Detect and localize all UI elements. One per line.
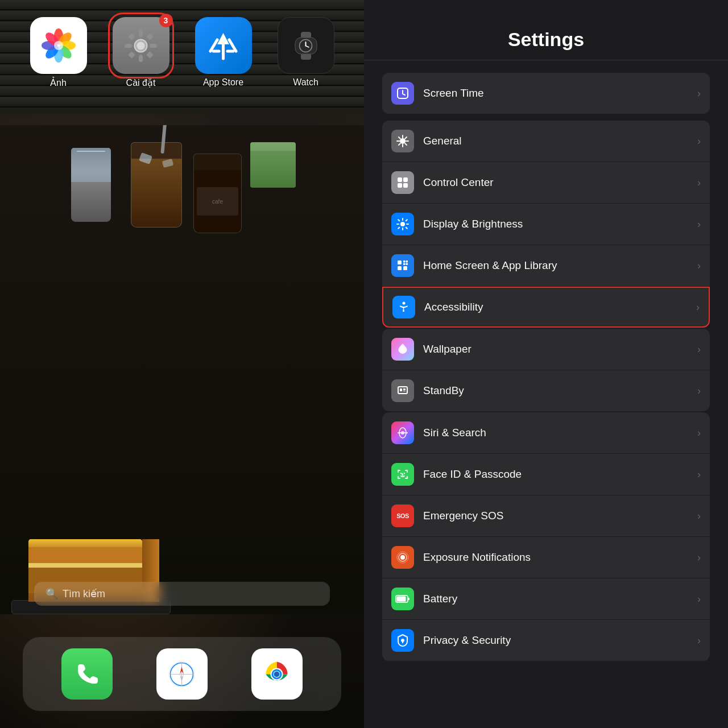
svg-line-45 <box>405 143 407 145</box>
app-item-settings[interactable]: 3 Cài đặt <box>113 17 169 88</box>
standby-label: StandBy <box>423 384 697 397</box>
watch-label: Watch <box>293 77 318 88</box>
app-row: Ảnh <box>0 17 364 88</box>
emergency-chevron: › <box>697 510 701 522</box>
dock-safari[interactable] <box>156 648 208 700</box>
faceid-icon <box>391 463 414 486</box>
display-chevron: › <box>697 218 701 230</box>
settings-item-standby[interactable]: StandBy › <box>382 370 710 411</box>
settings-item-general[interactable]: General › <box>382 121 710 162</box>
settings-item-faceid[interactable]: Face ID & Passcode › <box>382 454 710 495</box>
settings-section-group2: Wallpaper › StandBy › <box>373 329 719 411</box>
privacy-icon <box>391 629 414 652</box>
settings-item-privacy[interactable]: Privacy & Security › <box>382 620 710 661</box>
svg-point-68 <box>403 302 406 305</box>
svg-rect-62 <box>403 260 406 263</box>
settings-item-accessibility[interactable]: Accessibility › <box>382 287 710 328</box>
svg-rect-63 <box>406 260 408 263</box>
svg-point-52 <box>400 222 405 226</box>
svg-rect-61 <box>398 260 402 264</box>
dock-chrome[interactable] <box>251 648 303 700</box>
settings-header: Settings <box>364 0 728 60</box>
dock-phone[interactable] <box>61 648 113 700</box>
siri-chevron: › <box>697 427 701 439</box>
settings-label: Cài đặt <box>126 77 156 88</box>
cup2 <box>131 136 182 228</box>
emergency-label: Emergency SOS <box>423 510 697 522</box>
svg-rect-48 <box>398 177 402 182</box>
battery-icon <box>391 588 414 610</box>
app-item-watch[interactable]: Watch <box>278 17 334 88</box>
app-item-appstore[interactable]: App Store <box>195 17 252 88</box>
home-screen-icon <box>391 254 414 277</box>
svg-rect-51 <box>403 183 408 188</box>
settings-section-screentime: Screen Time › <box>373 73 719 114</box>
watch-icon[interactable] <box>278 17 334 74</box>
photos-icon[interactable] <box>30 17 87 74</box>
settings-item-siri[interactable]: Siri & Search › <box>382 412 710 453</box>
settings-section-group1: General › Control Center › <box>373 121 719 328</box>
settings-item-exposure[interactable]: Exposure Notifications › <box>382 537 710 578</box>
home-screen: Ảnh <box>0 0 364 728</box>
settings-badge: 3 <box>159 14 173 27</box>
control-center-icon <box>391 171 414 194</box>
search-icon: 🔍 <box>46 588 58 600</box>
svg-line-47 <box>405 137 407 139</box>
siri-label: Siri & Search <box>423 427 697 439</box>
wallpaper-icon <box>391 338 414 361</box>
svg-rect-84 <box>397 597 406 602</box>
photos-label: Ảnh <box>50 77 67 88</box>
privacy-label: Privacy & Security <box>423 634 697 647</box>
general-icon <box>391 130 414 152</box>
search-placeholder: Tìm kiếm <box>63 588 105 600</box>
svg-rect-70 <box>398 387 407 394</box>
control-center-label: Control Center <box>423 176 697 189</box>
settings-item-control-center[interactable]: Control Center › <box>382 162 710 203</box>
screen-time-label: Screen Time <box>423 87 697 100</box>
accessibility-chevron: › <box>696 301 700 313</box>
svg-line-60 <box>406 220 407 221</box>
search-bar[interactable]: 🔍 Tìm kiếm <box>34 582 330 606</box>
exposure-label: Exposure Notifications <box>423 551 697 564</box>
app-item-photos[interactable]: Ảnh <box>30 17 87 88</box>
settings-item-battery[interactable]: Battery › <box>382 578 710 619</box>
general-chevron: › <box>697 135 701 147</box>
svg-rect-11 <box>139 55 143 62</box>
accessibility-label: Accessibility <box>424 301 696 313</box>
settings-item-emergency[interactable]: SOS Emergency SOS › <box>382 495 710 536</box>
wallpaper-chevron: › <box>697 344 701 355</box>
exposure-icon <box>391 546 414 569</box>
svg-rect-71 <box>400 388 402 391</box>
settings-item-wallpaper[interactable]: Wallpaper › <box>382 329 710 370</box>
cup3: cafe <box>193 148 242 233</box>
svg-point-19 <box>137 42 145 49</box>
display-icon <box>391 213 414 235</box>
faceid-label: Face ID & Passcode <box>423 468 697 481</box>
settings-icon[interactable] <box>113 17 169 74</box>
home-screen-chevron: › <box>697 260 701 272</box>
standby-chevron: › <box>697 385 701 397</box>
svg-rect-67 <box>403 266 407 270</box>
svg-rect-13 <box>150 44 157 48</box>
cup1 <box>68 142 114 222</box>
settings-item-home-screen[interactable]: Home Screen & App Library › <box>382 245 710 286</box>
dessert-green <box>250 142 296 188</box>
siri-icon <box>391 421 414 444</box>
svg-rect-72 <box>403 388 406 390</box>
settings-item-screen-time[interactable]: Screen Time › <box>382 73 710 114</box>
svg-rect-12 <box>125 44 132 48</box>
svg-rect-65 <box>406 263 408 266</box>
svg-rect-10 <box>139 30 143 37</box>
faceid-chevron: › <box>697 469 701 481</box>
settings-item-display[interactable]: Display & Brightness › <box>382 204 710 245</box>
svg-point-79 <box>400 555 405 560</box>
svg-rect-14 <box>128 33 135 40</box>
appstore-icon[interactable] <box>195 17 252 74</box>
battery-chevron: › <box>697 593 701 605</box>
food-scene: cafe <box>0 125 364 614</box>
settings-panel: Settings Screen Time › <box>364 0 728 728</box>
home-screen-label: Home Screen & App Library <box>423 259 697 272</box>
control-center-chevron: › <box>697 177 701 189</box>
svg-line-46 <box>399 143 400 145</box>
svg-rect-50 <box>398 183 402 188</box>
